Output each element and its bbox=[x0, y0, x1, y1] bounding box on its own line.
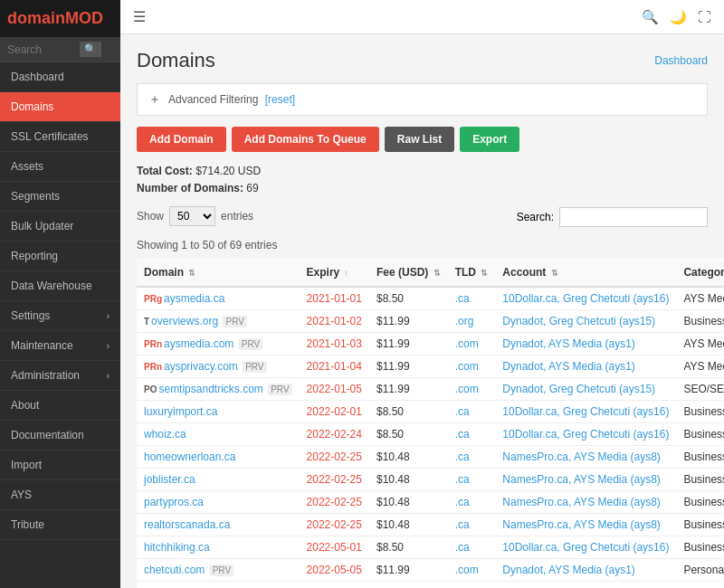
tld-link[interactable]: .ca bbox=[455, 496, 470, 508]
sidebar-item-settings[interactable]: Settings› bbox=[0, 301, 120, 331]
table-header-row: Domain ⇅ Expiry ↑ Fee (USD) ⇅ TLD ⇅ Acco… bbox=[137, 259, 724, 287]
domain-link[interactable]: aysmedia.com bbox=[164, 337, 233, 350]
sidebar-item-tribute[interactable]: Tribute bbox=[0, 510, 120, 540]
account-link[interactable]: NamesPro.ca, AYS Media (ays8) bbox=[502, 518, 661, 531]
col-expiry[interactable]: Expiry ↑ bbox=[300, 259, 369, 287]
domain-link[interactable]: whoiz.ca bbox=[144, 428, 186, 441]
sidebar-item-about[interactable]: About bbox=[0, 391, 120, 421]
account-link[interactable]: NamesPro.ca, AYS Media (ays8) bbox=[502, 450, 661, 463]
account-link[interactable]: NamesPro.ca, AYS Media (ays8) bbox=[502, 496, 661, 508]
sidebar-item-label: AYS bbox=[11, 488, 32, 501]
cell-account: Dynadot, AYS Media (ays1) bbox=[495, 333, 676, 356]
sidebar-item-maintenance[interactable]: Maintenance› bbox=[0, 331, 120, 361]
dashboard-link[interactable]: Dashboard bbox=[654, 54, 708, 67]
account-link[interactable]: 10Dollar.ca, Greg Chetcuti (ays16) bbox=[502, 541, 669, 554]
tld-link[interactable]: .ca bbox=[455, 518, 470, 531]
tld-link[interactable]: .com bbox=[455, 360, 479, 373]
cell-expiry: 2022-02-01 bbox=[300, 401, 369, 423]
entries-select[interactable]: 5025100 bbox=[169, 206, 215, 226]
col-category[interactable]: Category bbox=[676, 259, 724, 287]
show-entries-control: Show 5025100 entries bbox=[137, 206, 253, 226]
col-tld[interactable]: TLD ⇅ bbox=[448, 259, 496, 287]
sidebar-item-assets[interactable]: Assets bbox=[0, 152, 120, 182]
col-account[interactable]: Account ⇅ bbox=[495, 259, 676, 287]
search-button[interactable]: 🔍 bbox=[80, 42, 101, 57]
tld-link[interactable]: .org bbox=[455, 315, 474, 327]
add-domain-button[interactable]: Add Domain bbox=[137, 127, 226, 152]
domain-link[interactable]: aysmedia.ca bbox=[164, 292, 224, 305]
sidebar-item-ssl-certificates[interactable]: SSL Certificates bbox=[0, 122, 120, 152]
reset-filter-link[interactable]: [reset] bbox=[265, 93, 295, 106]
tld-link[interactable]: .com bbox=[455, 337, 479, 350]
sidebar-item-label: Data Warehouse bbox=[11, 280, 92, 292]
domain-link[interactable]: overviews.org bbox=[151, 315, 218, 327]
account-link[interactable]: 10Dollar.ca, Greg Chetcuti (ays16) bbox=[502, 428, 669, 441]
search-input[interactable] bbox=[7, 43, 80, 56]
fullscreen-icon[interactable]: ⛶ bbox=[698, 9, 711, 24]
hamburger-icon[interactable]: ☰ bbox=[133, 8, 146, 25]
account-link[interactable]: Dynadot, AYS Media (ays1) bbox=[502, 337, 635, 350]
tld-link[interactable]: .ca bbox=[455, 292, 470, 305]
sidebar-item-administration[interactable]: Administration› bbox=[0, 361, 120, 391]
cell-domain: Toverviews.org PRV bbox=[137, 310, 300, 333]
add-domains-to-queue-button[interactable]: Add Domains To Queue bbox=[232, 127, 379, 152]
account-link[interactable]: NamesPro.ca, AYS Media (ays8) bbox=[502, 473, 661, 486]
tld-link[interactable]: .ca bbox=[455, 541, 470, 554]
theme-toggle-icon[interactable]: 🌙 bbox=[670, 9, 687, 25]
sidebar-item-domains[interactable]: Domains bbox=[0, 92, 120, 122]
content-area: Domains Dashboard ＋ Advanced Filtering [… bbox=[120, 34, 724, 588]
tld-link[interactable]: .com bbox=[455, 564, 479, 576]
tld-link[interactable]: .com bbox=[455, 383, 479, 395]
cell-account: 10Dollar.ca, Greg Chetcuti (ays16) bbox=[495, 536, 676, 559]
domain-link[interactable]: joblister.ca bbox=[144, 473, 195, 486]
domain-link[interactable]: semtipsandtricks.com bbox=[158, 383, 262, 395]
account-link[interactable]: 10Dollar.ca, Greg Chetcuti (ays16) bbox=[502, 405, 669, 418]
cell-account: NamesPro.ca, AYS Media (ays8) bbox=[495, 446, 676, 469]
cell-fee: $11.99 bbox=[369, 378, 448, 401]
account-link[interactable]: Dynadot, AYS Media (ays1) bbox=[502, 564, 635, 576]
export-button[interactable]: Export bbox=[460, 127, 519, 152]
domain-link[interactable]: hitchhiking.ca bbox=[144, 541, 210, 554]
account-link[interactable]: Dynadot, AYS Media (ays1) bbox=[502, 360, 635, 373]
table-row: PRnaysprivacy.com PRV 2021-01-04 $11.99 … bbox=[137, 356, 724, 378]
cell-domain: PRnaysmedia.com PRV bbox=[137, 333, 300, 356]
domain-link[interactable]: aysprivacy.com bbox=[164, 360, 238, 373]
cell-category: AYS Media Corpora… bbox=[676, 287, 724, 310]
add-filter-icon[interactable]: ＋ bbox=[148, 91, 161, 108]
domain-tag: PRn bbox=[144, 362, 162, 372]
domain-link[interactable]: luxuryimport.ca bbox=[144, 405, 217, 418]
cell-domain: jokesters.ca bbox=[137, 582, 300, 588]
sidebar-item-data-warehouse[interactable]: Data Warehouse bbox=[0, 271, 120, 301]
account-link[interactable]: 10Dollar.ca, Greg Chetcuti (ays16) bbox=[502, 292, 669, 305]
filter-bar: ＋ Advanced Filtering [reset] bbox=[137, 83, 708, 116]
cell-tld: .ca bbox=[448, 446, 496, 469]
domain-link[interactable]: chetcuti.com bbox=[144, 564, 205, 576]
table-search-input[interactable] bbox=[559, 207, 708, 227]
sidebar-item-documentation[interactable]: Documentation bbox=[0, 421, 120, 450]
domain-link[interactable]: partypros.ca bbox=[144, 496, 204, 508]
col-fee[interactable]: Fee (USD) ⇅ bbox=[369, 259, 448, 287]
sidebar-item-label: Administration bbox=[11, 369, 80, 382]
cell-domain: PRgaysmedia.ca bbox=[137, 287, 300, 310]
sidebar-item-ays[interactable]: AYS bbox=[0, 480, 120, 510]
sidebar-item-bulk-updater[interactable]: Bulk Updater bbox=[0, 212, 120, 242]
cell-fee: $11.99 bbox=[369, 333, 448, 356]
table-search-label: Search: bbox=[517, 211, 554, 223]
cell-tld: .ca bbox=[448, 582, 496, 588]
account-link[interactable]: Dynadot, Greg Chetcuti (ays15) bbox=[502, 315, 655, 327]
col-domain[interactable]: Domain ⇅ bbox=[137, 259, 300, 287]
tld-link[interactable]: .ca bbox=[455, 450, 470, 463]
raw-list-button[interactable]: Raw List bbox=[385, 127, 454, 152]
account-link[interactable]: Dynadot, Greg Chetcuti (ays15) bbox=[502, 383, 655, 395]
search-icon[interactable]: 🔍 bbox=[642, 9, 659, 25]
tld-link[interactable]: .ca bbox=[455, 405, 470, 418]
domain-link[interactable]: homeownerloan.ca bbox=[144, 450, 235, 463]
tld-link[interactable]: .ca bbox=[455, 473, 470, 486]
sidebar-item-segments[interactable]: Segments bbox=[0, 182, 120, 212]
sidebar-item-import[interactable]: Import bbox=[0, 450, 120, 480]
tld-link[interactable]: .ca bbox=[455, 428, 470, 441]
domain-tag: PO bbox=[144, 384, 157, 394]
sidebar-item-reporting[interactable]: Reporting bbox=[0, 242, 120, 271]
sidebar-item-dashboard[interactable]: Dashboard bbox=[0, 62, 120, 92]
domain-link[interactable]: realtorscanada.ca bbox=[144, 518, 230, 531]
